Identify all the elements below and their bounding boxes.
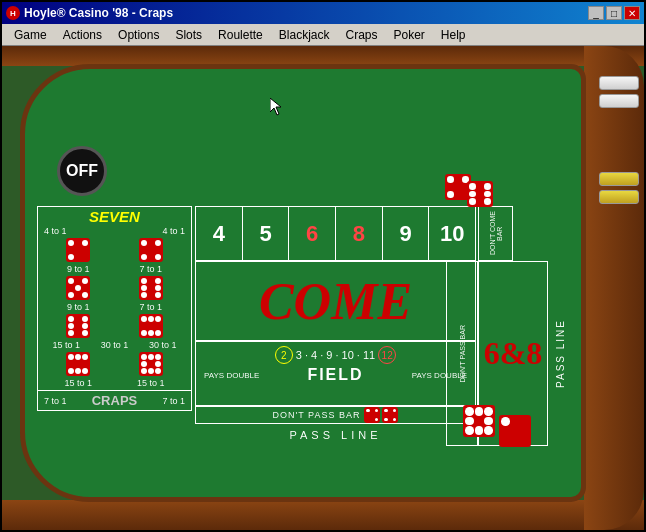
dot [155,330,161,336]
dot [68,354,74,360]
dice-row-3 [38,312,191,340]
dot [375,418,378,421]
menu-actions[interactable]: Actions [55,26,110,44]
menu-options[interactable]: Options [110,26,167,44]
close-button[interactable]: ✕ [624,6,640,20]
dot [155,368,161,374]
seven-to-one: 7 to 1 [139,264,162,274]
dot [148,316,154,322]
fifteen-to-one-3: 15 to 1 [137,378,165,388]
dot [475,407,484,416]
off-label: OFF [66,162,98,180]
dot [384,418,387,421]
dot [148,354,154,360]
field-num-2[interactable]: 2 [275,346,293,364]
nine-to-one-2: 9 to 1 [67,302,90,312]
menu-roulette[interactable]: Roulette [210,26,271,44]
dot [141,292,147,298]
dice-row-4 [38,350,191,378]
off-button[interactable]: OFF [57,146,107,196]
number-8[interactable]: 8 [336,207,383,260]
field-num-12[interactable]: 12 [378,346,396,364]
dot [68,330,74,336]
table-dice-area-2 [467,181,493,207]
game-area[interactable]: OFF SEVEN 4 to 1 4 to 1 [2,46,644,530]
number-9[interactable]: 9 [383,207,430,260]
die-7 [66,352,90,376]
number-5[interactable]: 5 [243,207,290,260]
dot [469,183,476,190]
odds-row-4: 15 to 1 15 to 1 [38,378,191,390]
felt-table[interactable]: OFF SEVEN 4 to 1 4 to 1 [20,64,586,502]
field-num-9[interactable]: 9 · [326,349,338,361]
pass-line-bottom[interactable]: PASS LINE [195,424,476,446]
field-num-3[interactable]: 3 · [296,349,308,361]
dice-tray[interactable] [463,405,531,447]
field-num-10[interactable]: 10 · [342,349,360,361]
dot [141,278,147,284]
number-10[interactable]: 10 [429,207,475,260]
menu-help[interactable]: Help [433,26,474,44]
dot [141,354,147,360]
menu-poker[interactable]: Poker [386,26,433,44]
dot [82,316,88,322]
seven-odds-left: 4 to 1 [44,226,67,236]
odds-row-1: 9 to 1 7 to 1 [38,264,191,274]
dot [155,316,161,322]
dot [393,409,396,412]
tray-die-1 [463,405,495,437]
dot [75,368,81,374]
dot [82,323,88,329]
field-section[interactable]: 2 3 · 4 · 9 · 10 · 11 12 PAYS DOUBLE FIE… [195,341,476,406]
dot [141,368,147,374]
number-4[interactable]: 4 [196,207,243,260]
die-2 [139,238,163,262]
dot [155,361,161,367]
pass-line-right[interactable]: PASS LINE [549,261,571,446]
seven-section[interactable]: SEVEN 4 to 1 4 to 1 [37,206,192,411]
craps-odds-right: 7 to 1 [162,396,185,406]
dot [375,409,378,412]
chip-white [599,76,639,90]
come-section[interactable]: COME [195,261,476,341]
dot [484,183,491,190]
numbers-row[interactable]: 4 5 6 8 9 10 [195,206,476,261]
field-num-11[interactable]: 11 [363,349,375,361]
dont-pass-bar-bottom-label: DON'T PASS BAR [273,410,361,420]
dot [68,323,74,329]
dot [141,330,147,336]
pays-double-left: PAYS DOUBLE [204,371,259,380]
field-numbers-row: 2 3 · 4 · 9 · 10 · 11 12 [196,342,475,364]
field-label: FIELD [307,366,363,384]
title-buttons: _ □ ✕ [588,6,640,20]
die-4 [139,276,163,300]
pass-line-bottom-label: PASS LINE [289,429,381,441]
dont-come-bar[interactable]: DON'T COME BAR [478,206,513,261]
dot [475,426,484,435]
maximize-button[interactable]: □ [606,6,622,20]
dot [469,198,476,205]
dot [82,330,88,336]
dont-pass-bar-bottom[interactable]: DON'T PASS BAR [195,406,476,424]
wood-border-right [584,46,644,530]
menu-craps[interactable]: Craps [337,26,385,44]
seven-odds: 4 to 1 4 to 1 [38,226,191,236]
minimize-button[interactable]: _ [588,6,604,20]
dot [447,176,454,183]
dot [155,254,161,260]
menu-blackjack[interactable]: Blackjack [271,26,338,44]
die-3 [66,276,90,300]
dot [68,240,74,246]
menu-game[interactable]: Game [6,26,55,44]
dot [68,292,74,298]
menu-slots[interactable]: Slots [167,26,210,44]
dot [155,278,161,284]
dot [393,418,396,421]
dot [68,254,74,260]
dot [75,354,81,360]
odds-row-3: 15 to 1 30 to 1 30 to 1 [38,340,191,350]
dot [82,278,88,284]
seven-label: SEVEN [38,207,191,226]
field-num-4[interactable]: 4 · [311,349,323,361]
number-6[interactable]: 6 [289,207,336,260]
